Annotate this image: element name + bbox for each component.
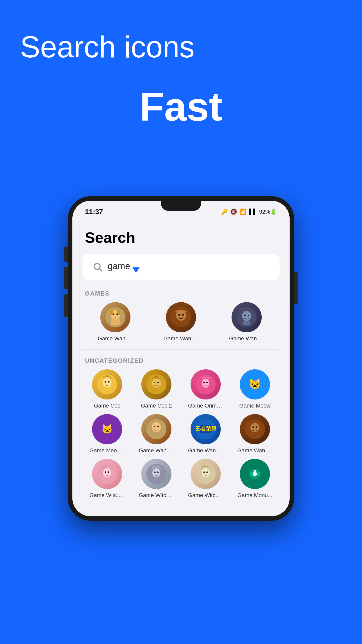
svg-rect-17 bbox=[243, 321, 250, 325]
list-item[interactable]: Game Witchs... bbox=[85, 459, 129, 499]
svg-point-26 bbox=[152, 379, 161, 388]
svg-line-1 bbox=[100, 269, 102, 271]
app-icon bbox=[240, 414, 270, 444]
power-button bbox=[294, 272, 298, 304]
volume-up-button bbox=[64, 267, 68, 289]
text-cursor bbox=[132, 267, 140, 273]
search-box[interactable]: game bbox=[82, 254, 280, 280]
volume-silent-button bbox=[64, 247, 68, 262]
list-item[interactable]: Game Wangz... bbox=[151, 302, 211, 342]
status-time: 11:37 bbox=[85, 208, 103, 216]
svg-point-15 bbox=[244, 315, 246, 316]
vpn-icon: 🔑 bbox=[221, 209, 228, 215]
app-label: Game Meow bbox=[239, 403, 271, 409]
list-item[interactable]: 王者荣耀 Game Wangz... bbox=[184, 414, 228, 454]
games-grid: Game Wangz... bbox=[82, 302, 280, 342]
svg-point-63 bbox=[206, 471, 208, 473]
app-icon bbox=[240, 459, 270, 489]
volume-down-button bbox=[64, 294, 68, 317]
svg-point-27 bbox=[154, 382, 155, 383]
svg-point-54 bbox=[105, 471, 106, 473]
list-item[interactable]: Game Monu... bbox=[233, 459, 277, 499]
app-label: Game Wangz... bbox=[237, 447, 273, 454]
app-icon: 王者荣耀 bbox=[191, 414, 221, 444]
svg-point-8 bbox=[116, 313, 118, 315]
svg-point-14 bbox=[242, 311, 251, 321]
app-label: Game Wangz... bbox=[163, 335, 199, 342]
app-label: Game Wangz... bbox=[229, 335, 264, 342]
list-item[interactable]: Game Coc bbox=[85, 369, 129, 409]
screen-title: Search bbox=[82, 224, 280, 254]
search-input-value: game bbox=[108, 261, 130, 271]
svg-point-19 bbox=[103, 377, 112, 387]
phone-frame: 11:37 🔑 🔇 📶 ▌▌ 92%🔋 Search bbox=[68, 196, 294, 521]
phone-screen: 11:37 🔑 🔇 📶 ▌▌ 92%🔋 Search bbox=[72, 201, 290, 516]
svg-point-21 bbox=[108, 381, 110, 383]
app-icon bbox=[191, 459, 221, 489]
app-label: Game Wangz... bbox=[139, 447, 174, 454]
app-label: Game Witchs... bbox=[188, 492, 223, 499]
subtitle: Fast bbox=[20, 84, 342, 130]
games-section: GAMES bbox=[82, 290, 280, 342]
svg-point-12 bbox=[182, 314, 184, 316]
list-item[interactable]: 🐱 Game Meow bbox=[233, 369, 277, 409]
uncategorized-section: UNCATEGORIZED bbox=[82, 357, 280, 499]
app-label: Game Witchs... bbox=[89, 492, 125, 499]
svg-point-61 bbox=[202, 468, 210, 477]
app-label: Game Monu... bbox=[237, 492, 272, 499]
app-icon bbox=[92, 459, 122, 489]
svg-point-16 bbox=[248, 315, 249, 316]
list-item[interactable]: Game Wangz... bbox=[233, 414, 277, 454]
svg-point-68 bbox=[254, 470, 256, 472]
battery-icon: 92%🔋 bbox=[259, 209, 277, 215]
app-icon bbox=[141, 414, 171, 444]
app-icon bbox=[100, 302, 130, 332]
app-icon bbox=[141, 459, 171, 489]
svg-point-59 bbox=[157, 471, 159, 473]
svg-point-35 bbox=[206, 382, 208, 383]
svg-point-67 bbox=[253, 472, 257, 476]
svg-text:王者荣耀: 王者荣耀 bbox=[196, 426, 216, 432]
list-item[interactable]: Game Witchs... bbox=[134, 459, 178, 499]
search-icon bbox=[93, 262, 103, 273]
svg-point-55 bbox=[108, 471, 109, 473]
app-icon bbox=[92, 369, 122, 399]
svg-point-53 bbox=[103, 468, 111, 477]
app-icon-meow: 🐱 bbox=[240, 369, 270, 399]
search-text-area: game bbox=[108, 261, 269, 271]
app-label: Game Coc bbox=[94, 403, 120, 409]
signal-icon: ▌▌ bbox=[249, 209, 257, 215]
svg-point-33 bbox=[202, 379, 209, 388]
app-label: Game Meow 2 bbox=[89, 447, 125, 454]
svg-point-50 bbox=[252, 426, 254, 428]
list-item[interactable]: 🐱 Game Meow 2 bbox=[85, 414, 129, 454]
app-icon bbox=[166, 302, 196, 332]
uncategorized-grid: Game Coc bbox=[82, 369, 280, 499]
list-item[interactable]: Game Wangz... bbox=[216, 302, 277, 342]
svg-point-20 bbox=[105, 381, 106, 383]
app-label: Game Witchs... bbox=[139, 492, 174, 499]
header-section: Search icons Fast bbox=[0, 0, 362, 140]
svg-point-34 bbox=[203, 382, 205, 383]
svg-point-57 bbox=[152, 468, 160, 477]
app-icon bbox=[191, 369, 221, 399]
list-item[interactable]: Game Onmyoji bbox=[184, 369, 228, 409]
list-item[interactable]: Game Wangz... bbox=[134, 414, 178, 454]
svg-point-0 bbox=[94, 264, 100, 269]
svg-text:🐱: 🐱 bbox=[249, 378, 261, 390]
list-item[interactable]: Game Coc 2 bbox=[134, 369, 178, 409]
page-title: Search icons bbox=[20, 30, 342, 63]
svg-rect-4 bbox=[111, 318, 120, 325]
mute-icon: 🔇 bbox=[230, 209, 237, 215]
wifi-icon: 📶 bbox=[240, 209, 246, 215]
svg-point-44 bbox=[157, 426, 159, 427]
list-item[interactable]: Game Wangz... bbox=[85, 302, 146, 342]
svg-point-43 bbox=[154, 426, 155, 427]
svg-point-51 bbox=[256, 426, 257, 428]
list-item[interactable]: Game Witchs... bbox=[184, 459, 228, 499]
app-label: Game Coc 2 bbox=[141, 403, 172, 409]
app-icon-meow2: 🐱 bbox=[92, 414, 122, 444]
svg-point-11 bbox=[178, 314, 180, 316]
section-divider bbox=[82, 349, 280, 350]
app-label: Game Onmyoji bbox=[188, 403, 223, 409]
